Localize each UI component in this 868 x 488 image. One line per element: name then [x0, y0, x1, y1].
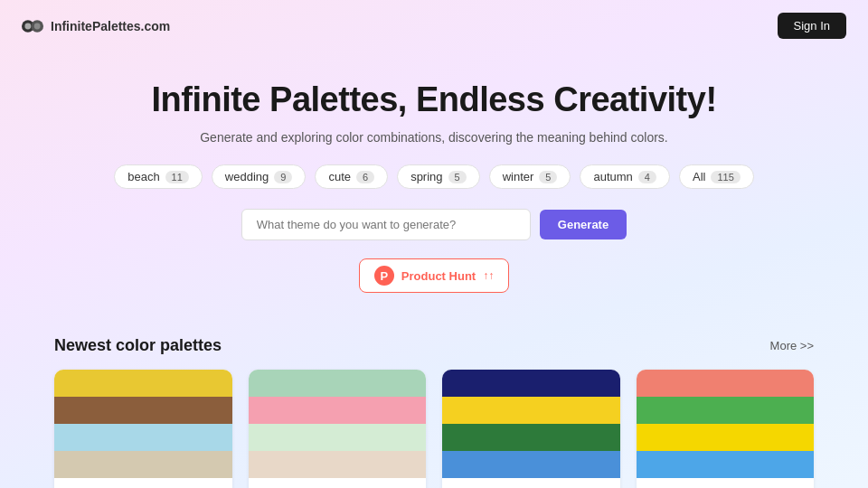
- logo-icon: [22, 20, 43, 33]
- color-swatch: [637, 424, 815, 451]
- hero-section: Infinite Palettes, Endless Creativity! G…: [0, 52, 868, 336]
- tag-item[interactable]: autumn4: [580, 164, 670, 189]
- product-hunt-text: Product Hunt: [401, 269, 476, 283]
- tag-item[interactable]: wedding9: [212, 164, 307, 189]
- color-swatch: [54, 370, 232, 397]
- palette-card[interactable]: summer with watermelon:... This color co…: [637, 370, 815, 488]
- palette-card[interactable]: le bassin aux nympheas: Water... This co…: [249, 370, 427, 488]
- tag-label: cute: [328, 170, 351, 183]
- palettes-grid: les tournesols: Sunflower Yello... This …: [54, 370, 814, 488]
- palette-card[interactable]: les tournesols: Sunflower Yello... This …: [54, 370, 232, 488]
- tag-label: wedding: [225, 170, 269, 183]
- tag-count: 5: [448, 171, 467, 183]
- hero-title: Infinite Palettes, Endless Creativity!: [18, 80, 850, 119]
- product-hunt-link[interactable]: P Product Hunt ↑↑: [359, 258, 509, 293]
- palettes-header: Newest color palettes More >>: [54, 336, 814, 355]
- color-swatch: [54, 397, 232, 424]
- color-swatch: [442, 370, 620, 397]
- theme-search-input[interactable]: [241, 209, 531, 240]
- tag-item[interactable]: cute6: [315, 164, 388, 189]
- tag-item[interactable]: All115: [679, 164, 754, 189]
- color-swatch: [249, 451, 427, 478]
- palettes-title: Newest color palettes: [54, 336, 222, 355]
- tag-label: autumn: [593, 170, 632, 183]
- tag-label: All: [693, 170, 705, 183]
- tag-label: winter: [503, 170, 534, 183]
- color-swatch: [637, 451, 815, 478]
- tag-count: 9: [274, 171, 292, 183]
- palettes-section: Newest color palettes More >> les tourne…: [0, 336, 868, 488]
- generate-button[interactable]: Generate: [540, 210, 627, 239]
- product-hunt-arrow: ↑↑: [483, 269, 494, 282]
- logo[interactable]: InfinitePalettes.com: [22, 19, 170, 33]
- color-swatch: [54, 424, 232, 451]
- tag-list: beach11wedding9cute6spring5winter5autumn…: [18, 164, 850, 189]
- tag-item[interactable]: winter5: [489, 164, 571, 189]
- product-hunt-icon: P: [374, 266, 394, 286]
- hero-subtitle: Generate and exploring color combination…: [18, 130, 850, 145]
- tag-item[interactable]: beach11: [114, 164, 203, 189]
- search-row: Generate: [18, 209, 850, 240]
- tag-count: 6: [356, 171, 374, 183]
- color-swatch: [249, 424, 427, 451]
- color-swatch: [249, 397, 427, 424]
- sign-in-button[interactable]: Sign In: [778, 13, 846, 39]
- tag-count: 5: [539, 171, 557, 183]
- color-swatch: [442, 397, 620, 424]
- tag-count: 115: [711, 171, 740, 183]
- tag-label: beach: [127, 170, 159, 183]
- tag-item[interactable]: spring5: [397, 164, 480, 189]
- color-swatch: [442, 424, 620, 451]
- palette-card[interactable]: van gogh's starry night:... This color c…: [442, 370, 620, 488]
- color-swatch: [637, 397, 815, 424]
- color-swatch: [54, 451, 232, 478]
- tag-label: spring: [410, 170, 442, 183]
- tag-count: 11: [165, 171, 189, 183]
- color-swatch: [637, 370, 815, 397]
- logo-text: InfinitePalettes.com: [51, 19, 170, 33]
- more-link[interactable]: More >>: [770, 339, 814, 352]
- color-swatch: [442, 451, 620, 478]
- product-hunt-badge: P Product Hunt ↑↑: [18, 258, 850, 293]
- tag-count: 4: [638, 171, 656, 183]
- color-swatch: [249, 370, 427, 397]
- svg-point-2: [24, 23, 31, 29]
- header: InfinitePalettes.com Sign In: [0, 0, 868, 52]
- svg-point-3: [34, 23, 41, 29]
